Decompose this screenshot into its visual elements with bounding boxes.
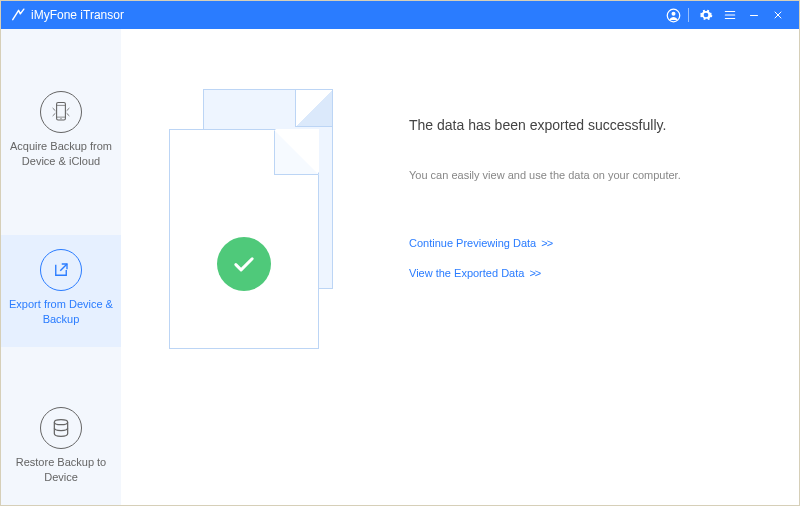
- account-icon[interactable]: [662, 4, 684, 26]
- main-content: The data has been exported successfully.…: [121, 29, 799, 505]
- success-check-icon: [217, 237, 271, 291]
- sidebar-item-label: Export from Device & Backup: [9, 297, 113, 327]
- result-headline: The data has been exported successfully.: [409, 117, 681, 133]
- app-logo: iMyFone iTransor: [11, 8, 124, 22]
- svg-point-1: [671, 11, 675, 15]
- result-panel: The data has been exported successfully.…: [409, 89, 681, 505]
- view-exported-link[interactable]: View the Exported Data >>: [409, 267, 681, 279]
- sidebar: Acquire Backup from Device & iCloud Expo…: [1, 29, 121, 505]
- continue-previewing-link[interactable]: Continue Previewing Data >>: [409, 237, 681, 249]
- svg-point-6: [54, 420, 67, 425]
- body: Acquire Backup from Device & iCloud Expo…: [1, 29, 799, 505]
- database-icon: [40, 407, 82, 449]
- menu-icon[interactable]: [719, 4, 741, 26]
- sidebar-item-restore-backup[interactable]: Restore Backup to Device: [1, 393, 121, 505]
- app-title: iMyFone iTransor: [31, 8, 124, 22]
- svg-point-5: [60, 118, 61, 119]
- result-subtext: You can easily view and use the data on …: [409, 169, 681, 181]
- close-button[interactable]: [767, 4, 789, 26]
- sidebar-item-acquire-backup[interactable]: Acquire Backup from Device & iCloud: [1, 77, 121, 189]
- sidebar-item-label: Acquire Backup from Device & iCloud: [9, 139, 113, 169]
- app-logo-icon: [11, 8, 25, 22]
- export-icon: [40, 249, 82, 291]
- phone-icon: [40, 91, 82, 133]
- titlebar: iMyFone iTransor: [1, 1, 799, 29]
- settings-icon[interactable]: [695, 4, 717, 26]
- sidebar-item-export[interactable]: Export from Device & Backup: [1, 235, 121, 347]
- document-illustration: [169, 89, 369, 349]
- app-window: iMyFone iTransor Acquire Backup from Dev…: [0, 0, 800, 506]
- sidebar-item-label: Restore Backup to Device: [9, 455, 113, 485]
- minimize-button[interactable]: [743, 4, 765, 26]
